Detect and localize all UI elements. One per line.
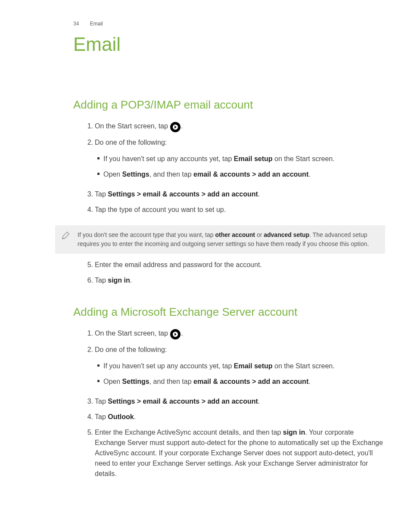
sub-list: If you haven't set up any accounts yet, … bbox=[95, 151, 385, 182]
pencil-icon bbox=[61, 230, 71, 240]
step-text: . bbox=[130, 277, 132, 284]
arrow-right-icon bbox=[170, 122, 181, 132]
step-text: . bbox=[258, 190, 260, 198]
ui-label: advanced setup bbox=[264, 231, 309, 238]
step-item: Tap sign in. bbox=[95, 273, 385, 288]
note-text: or bbox=[255, 231, 264, 238]
step-item: On the Start screen, tap . bbox=[95, 326, 385, 342]
ui-label: email & accounts > add an account bbox=[193, 171, 308, 178]
list-text: If you haven't set up any accounts yet, … bbox=[103, 155, 234, 162]
list-item: If you haven't set up any accounts yet, … bbox=[103, 151, 385, 167]
arrow-right-icon bbox=[170, 329, 181, 339]
steps-list-pop3: On the Start screen, tap . Do one of the… bbox=[26, 118, 385, 218]
ui-label: Settings bbox=[122, 171, 149, 178]
step-text: Enter the email address and password for… bbox=[95, 261, 262, 268]
ui-label: sign in bbox=[108, 277, 130, 284]
step-text: . bbox=[258, 398, 260, 405]
ui-label: Email setup bbox=[234, 362, 273, 370]
step-text: Tap bbox=[95, 277, 108, 284]
list-item: Open Settings, and then tap email & acco… bbox=[103, 167, 385, 182]
step-item: Tap Settings > email & accounts > add an… bbox=[95, 394, 385, 409]
step-text: . bbox=[181, 330, 183, 337]
list-text: Open bbox=[103, 171, 122, 178]
list-item: Open Settings, and then tap email & acco… bbox=[103, 374, 385, 389]
note-box: If you don't see the account type that y… bbox=[55, 225, 385, 254]
ui-label: Outlook bbox=[108, 413, 134, 420]
running-header: 34 Email bbox=[73, 21, 385, 27]
step-item: Enter the Exchange ActiveSync account de… bbox=[95, 425, 385, 482]
list-text: . bbox=[308, 171, 310, 178]
steps-list-exchange: On the Start screen, tap . Do one of the… bbox=[26, 326, 385, 482]
page-number: 34 bbox=[73, 21, 79, 27]
ui-label: Settings > email & accounts > add an acc… bbox=[108, 190, 258, 198]
step-text: Tap bbox=[95, 398, 108, 405]
sub-list: If you haven't set up any accounts yet, … bbox=[95, 358, 385, 389]
section-heading-exchange: Adding a Microsoft Exchange Server accou… bbox=[73, 305, 385, 319]
page: 34 Email Email Adding a POP3/IMAP email … bbox=[0, 0, 411, 532]
note-text: If you don't see the account type that y… bbox=[78, 231, 215, 238]
step-text: Do one of the following: bbox=[95, 346, 167, 353]
step-text: Do one of the following: bbox=[95, 139, 167, 146]
step-item: Do one of the following: If you haven't … bbox=[95, 342, 385, 394]
step-text: Tap bbox=[95, 413, 108, 420]
list-text: on the Start screen. bbox=[273, 155, 335, 162]
page-title: Email bbox=[73, 34, 385, 55]
step-item: Tap Outlook. bbox=[95, 409, 385, 425]
step-item: Enter the email address and password for… bbox=[95, 257, 385, 273]
step-text: . bbox=[181, 122, 183, 130]
list-item: If you haven't set up any accounts yet, … bbox=[103, 358, 385, 374]
list-text: Open bbox=[103, 378, 122, 385]
step-text: . bbox=[134, 413, 136, 420]
step-item: On the Start screen, tap . bbox=[95, 118, 385, 135]
list-text: . bbox=[308, 378, 310, 385]
list-text: If you haven't set up any accounts yet, … bbox=[103, 362, 234, 370]
list-text: on the Start screen. bbox=[273, 362, 335, 370]
ui-label: email & accounts > add an account bbox=[193, 378, 308, 385]
breadcrumb: Email bbox=[90, 21, 103, 27]
list-text: , and then tap bbox=[149, 171, 193, 178]
step-text: Enter the Exchange ActiveSync account de… bbox=[95, 429, 283, 436]
step-item: Tap the type of account you want to set … bbox=[95, 202, 385, 218]
ui-label: Settings > email & accounts > add an acc… bbox=[108, 398, 258, 405]
step-text: Tap bbox=[95, 190, 108, 198]
section-heading-pop3: Adding a POP3/IMAP email account bbox=[73, 98, 385, 112]
ui-label: other account bbox=[215, 231, 255, 238]
step-item: Do one of the following: If you haven't … bbox=[95, 135, 385, 187]
step-text: On the Start screen, tap bbox=[95, 330, 170, 337]
step-text: On the Start screen, tap bbox=[95, 122, 170, 130]
steps-list-pop3-cont: Enter the email address and password for… bbox=[26, 257, 385, 288]
ui-label: sign in bbox=[283, 429, 305, 436]
ui-label: Settings bbox=[122, 378, 149, 385]
step-item: Tap Settings > email & accounts > add an… bbox=[95, 187, 385, 202]
ui-label: Email setup bbox=[234, 155, 273, 162]
list-text: , and then tap bbox=[149, 378, 193, 385]
step-text: Tap the type of account you want to set … bbox=[95, 206, 226, 213]
